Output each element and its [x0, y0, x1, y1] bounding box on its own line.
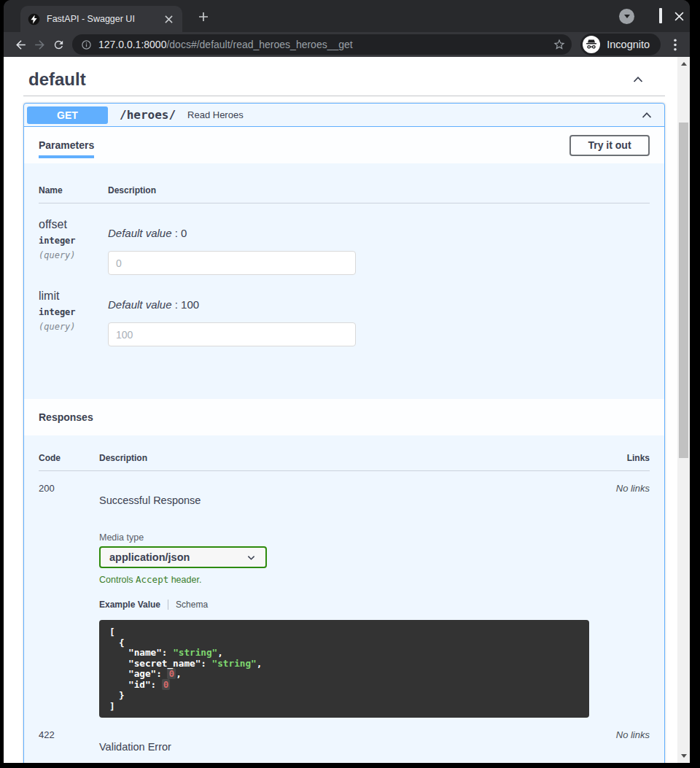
operation-summary[interactable]: GET /heroes/ Read Heroes: [24, 104, 664, 127]
window-controls: [619, 7, 684, 25]
scrollbar-up-arrow-icon[interactable]: [681, 62, 687, 66]
accept-header-note: Controls Accept header.: [99, 574, 616, 585]
response-code: 422: [39, 728, 99, 753]
response-row-422: 422 Validation Error No links: [39, 718, 650, 753]
parameter-default: Default value : 0: [108, 227, 650, 239]
tab-strip: FastAPI - Swagger UI: [4, 0, 690, 32]
column-links: Links: [627, 453, 650, 463]
tab-search-icon[interactable]: [619, 9, 634, 24]
parameter-row-limit: limit integer (query) Default value : 10…: [39, 275, 650, 346]
responses-table: Code Description Links 200 Successful Re…: [24, 435, 664, 763]
opblock-get-heroes: GET /heroes/ Read Heroes Parameters Try …: [23, 103, 665, 763]
offset-input[interactable]: [108, 251, 356, 275]
forward-icon[interactable]: [30, 35, 49, 54]
parameters-title: Parameters: [39, 139, 94, 151]
parameter-location: (query): [39, 322, 108, 332]
incognito-label: Incognito: [607, 39, 650, 50]
scrollbar-down-arrow-icon[interactable]: [681, 754, 687, 758]
maximize-icon[interactable]: [659, 9, 662, 23]
menu-kebab-icon[interactable]: [668, 36, 682, 53]
url-path: /docs#/default/read_heroes_heroes__get: [166, 39, 352, 50]
example-json-code: [ { "name": "string", "secret_name": "st…: [99, 620, 589, 718]
parameter-type: integer: [39, 307, 108, 317]
reload-icon[interactable]: [49, 35, 68, 54]
response-description: Successful Response: [99, 494, 616, 506]
tab-title: FastAPI - Swagger UI: [47, 14, 162, 24]
limit-input[interactable]: [108, 322, 356, 346]
tag-collapse-chevron-up-icon[interactable]: [631, 72, 645, 87]
example-tabs: Example Value Schema: [99, 600, 616, 610]
media-type-value: application/json: [109, 551, 190, 563]
parameter-name: limit: [39, 290, 108, 303]
window-close-icon[interactable]: [674, 12, 684, 21]
parameter-name: offset: [39, 218, 108, 231]
address-bar[interactable]: 127.0.0.1:8000/docs#/default/read_heroes…: [72, 34, 572, 55]
page-scrollbar[interactable]: [677, 57, 690, 763]
tab-separator: [168, 600, 168, 610]
responses-title: Responses: [39, 411, 93, 423]
parameters-table: Name Description offset integer (query) …: [24, 163, 664, 399]
chevron-down-icon: [246, 552, 257, 563]
swagger-page: default GET /heroes/ Read Heroes Paramet…: [23, 57, 665, 763]
new-tab-icon[interactable]: [195, 8, 212, 26]
browser-tab[interactable]: FastAPI - Swagger UI: [20, 6, 182, 32]
response-row-200: 200 Successful Response Media type appli…: [39, 471, 650, 718]
parameter-default: Default value : 100: [108, 298, 650, 311]
tab-close-icon[interactable]: [162, 12, 175, 26]
parameter-location: (query): [39, 250, 108, 260]
incognito-badge: Incognito: [580, 34, 661, 55]
response-links: No links: [616, 481, 650, 718]
scrollbar-thumb[interactable]: [679, 123, 688, 458]
incognito-icon: [583, 36, 600, 53]
parameters-table-head: Name Description: [39, 185, 650, 203]
response-links: No links: [616, 728, 650, 753]
try-it-out-button[interactable]: Try it out: [569, 135, 650, 156]
page-content: default GET /heroes/ Read Heroes Paramet…: [4, 57, 690, 763]
tab-schema[interactable]: Schema: [176, 600, 208, 610]
parameter-row-offset: offset integer (query) Default value : 0: [39, 203, 650, 275]
back-icon[interactable]: [11, 35, 30, 54]
browser-toolbar: 127.0.0.1:8000/docs#/default/read_heroes…: [4, 32, 690, 57]
operation-collapse-chevron-up-icon[interactable]: [639, 108, 654, 123]
column-description: Description: [99, 453, 147, 463]
method-badge: GET: [27, 106, 108, 124]
responses-table-head: Code Description Links: [39, 453, 650, 471]
media-type-label: Media type: [99, 532, 616, 543]
tag-divider: [23, 96, 665, 96]
browser-window: FastAPI - Swagger UI: [4, 0, 690, 763]
response-description: Validation Error: [99, 741, 616, 753]
column-code: Code: [39, 453, 99, 463]
media-type-select[interactable]: application/json: [99, 546, 267, 568]
site-info-icon[interactable]: [81, 39, 92, 50]
tag-title: default: [28, 69, 86, 90]
tag-section-header[interactable]: default: [23, 67, 665, 92]
parameter-type: integer: [39, 236, 108, 246]
url-text[interactable]: 127.0.0.1:8000/docs#/default/read_heroes…: [98, 39, 553, 50]
column-description: Description: [108, 185, 650, 195]
response-code: 200: [39, 481, 99, 718]
bookmark-star-icon[interactable]: [553, 38, 566, 51]
operation-path: /heroes/: [120, 108, 176, 122]
operation-description: Read Heroes: [187, 109, 244, 120]
responses-header: Responses: [24, 399, 664, 435]
fastapi-favicon-icon: [28, 13, 40, 26]
column-name: Name: [39, 185, 108, 195]
parameters-header: Parameters Try it out: [24, 127, 664, 163]
url-host: 127.0.0.1:8000: [98, 39, 166, 50]
tab-example-value[interactable]: Example Value: [99, 600, 160, 610]
